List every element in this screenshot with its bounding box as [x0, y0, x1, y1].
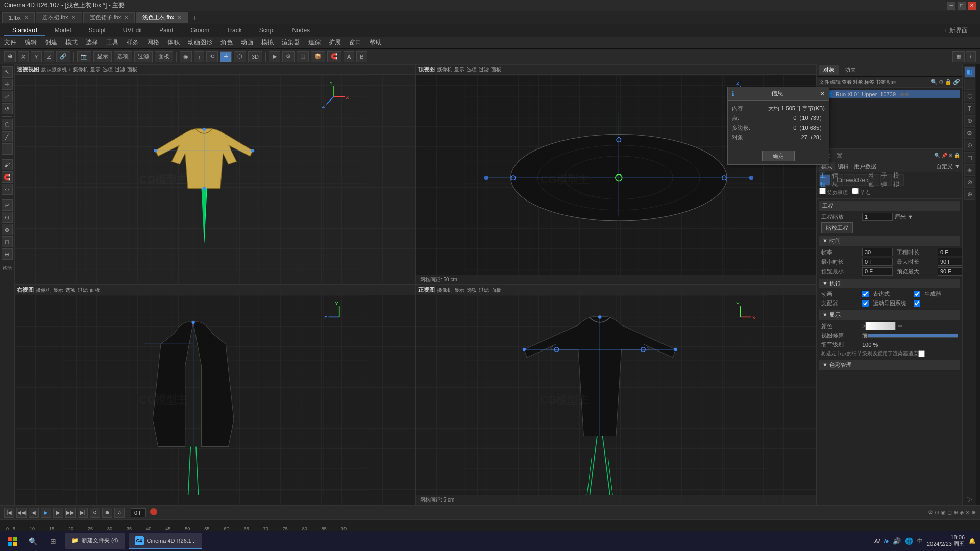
obj-lock[interactable]: 🔒 — [945, 79, 952, 85]
tab-script[interactable]: Script — [251, 26, 283, 36]
tl-loop[interactable]: ↺ — [90, 508, 100, 518]
tl-record-btn[interactable] — [150, 508, 157, 517]
attrs-pin[interactable]: 📌 — [941, 153, 947, 158]
tool-scale2[interactable]: ⤢ — [2, 91, 13, 102]
obj-row-main[interactable]: ▶ 👤 Ruo Xi 01 Upper_10739 ◉◉ — [819, 90, 960, 98]
vp2-menu-panel[interactable]: 面板 — [491, 66, 501, 73]
tool-lasso[interactable]: ⊕ — [2, 248, 13, 260]
viewport-right[interactable]: 右视图 摄像机 显示 选项 过滤 面板 — [14, 285, 415, 505]
attrs-settings[interactable]: ⚙ — [948, 153, 953, 158]
tab-file2[interactable]: 连衣裙.fbx ✕ — [36, 12, 82, 23]
tl-anim-rec[interactable]: ⏺ — [102, 508, 112, 518]
tab-nodes[interactable]: Nodes — [284, 26, 318, 36]
add-tab-button[interactable]: + — [189, 12, 200, 23]
menu-edit[interactable]: 编辑 — [24, 38, 37, 47]
tl-next-frame[interactable]: ▶ — [53, 508, 63, 518]
tl-first[interactable]: |◀ — [4, 508, 14, 518]
menu-render[interactable]: 渲染器 — [282, 38, 300, 47]
close-tab3[interactable]: ✕ — [124, 15, 128, 20]
tl-prev[interactable]: ◀◀ — [16, 508, 27, 518]
ri-ring[interactable]: ◈ — [964, 164, 975, 176]
ri-x[interactable]: ⊗ — [964, 177, 975, 188]
tab-file3[interactable]: 宝色裙子.fbx ✕ — [83, 12, 135, 23]
tool-options[interactable]: 选项 — [114, 51, 132, 62]
vp1-menu-display[interactable]: 显示 — [90, 66, 101, 73]
tab-track[interactable]: Track — [218, 26, 250, 36]
obj-menu-object[interactable]: 对象 — [853, 79, 863, 86]
tool-b[interactable]: B — [356, 51, 367, 62]
obj-menu-bookmark[interactable]: 书签 — [875, 79, 886, 86]
edit-btn[interactable]: 编辑 — [836, 162, 851, 171]
ri-gear[interactable]: ⚙ — [964, 128, 975, 139]
tool-select[interactable]: ⊕ — [4, 51, 16, 62]
deformer-checkbox[interactable] — [862, 300, 869, 307]
menu-file[interactable]: 文件 — [4, 38, 16, 47]
render-settings[interactable]: ⚙ — [282, 51, 295, 62]
vp4-menu-display[interactable]: 显示 — [454, 287, 464, 294]
checkbox-node[interactable]: 节点 — [852, 188, 870, 196]
props-tab-anim[interactable]: 动画 — [868, 174, 879, 186]
tool-rot[interactable]: ⟲ — [206, 51, 218, 62]
props-tab-bullet[interactable]: 子弹 — [880, 174, 892, 186]
tool-a[interactable]: A — [344, 51, 354, 62]
panel-tab-function[interactable]: 功夫 — [841, 65, 860, 75]
color-edit-btn[interactable]: ✏ — [898, 323, 902, 330]
max-time-input[interactable] — [938, 258, 962, 266]
add-interface-button[interactable]: + 新界面 — [936, 25, 976, 37]
layout-btn[interactable]: ▦ — [952, 51, 965, 62]
tab-file1[interactable]: 1.fbx ✕ — [2, 12, 35, 23]
coord-x[interactable]: X — [18, 51, 29, 62]
color-swatch[interactable] — [865, 322, 896, 330]
tool-3d[interactable]: 3D — [248, 51, 262, 62]
lod-slider[interactable] — [867, 334, 958, 338]
new-view-btn[interactable]: + — [966, 51, 976, 62]
tool-scale[interactable]: ⬡ — [234, 51, 246, 62]
obj-link[interactable]: 🔗 — [953, 79, 960, 85]
vp1-menu-options[interactable]: 选项 — [103, 66, 113, 73]
ri-add[interactable]: ⊕ — [964, 115, 975, 127]
tray-lang[interactable]: 中 — [917, 537, 923, 545]
obj-menu-file[interactable]: 文件 — [819, 79, 829, 86]
tool-polygon[interactable]: ⬡ — [2, 119, 13, 130]
tray-notification[interactable]: 🔔 — [969, 538, 976, 544]
current-frame-display[interactable]: 0 F — [131, 508, 146, 517]
viewport-perspective[interactable]: 透视视图 默认摄像机 ↓ 摄像机 显示 选项 过滤 面板 — [14, 64, 415, 285]
props-tab-sim[interactable]: 模拟 — [893, 174, 904, 186]
menu-mograph[interactable]: 动画图形 — [188, 38, 212, 47]
min-time-input[interactable] — [862, 258, 893, 266]
vp2-menu-options[interactable]: 选项 — [467, 66, 477, 73]
todo-checkbox[interactable] — [819, 188, 826, 194]
project-scale-input[interactable] — [862, 213, 893, 221]
vp4-menu-camera[interactable]: 摄像机 — [437, 287, 452, 294]
preview-min-input[interactable] — [862, 267, 893, 276]
tool-brush[interactable]: ⊛ — [2, 224, 13, 235]
viewport-front[interactable]: 正视图 摄像机 显示 选项 过滤 面板 — [415, 285, 817, 505]
tool-display[interactable]: 显示 — [93, 51, 112, 62]
props-tab-xrefs[interactable]: XRefs — [856, 174, 867, 186]
vp3-menu-display[interactable]: 显示 — [53, 287, 63, 294]
tool-paint[interactable]: 🖌 — [2, 159, 13, 170]
maximize-button[interactable]: □ — [958, 2, 966, 10]
ri-plus[interactable]: ⊕ — [964, 189, 975, 200]
vp1-menu-camera[interactable]: 摄像机 — [73, 66, 88, 73]
close-tab4[interactable]: ✕ — [177, 15, 181, 20]
tl-sound[interactable]: ♫ — [114, 508, 125, 518]
tab-standard[interactable]: Standard — [4, 26, 45, 36]
props-tab-project[interactable]: 工程 — [819, 174, 830, 186]
menu-help[interactable]: 帮助 — [370, 38, 382, 47]
tool-edge[interactable]: ╱ — [2, 131, 13, 142]
userdata-btn[interactable]: 用户数据 — [852, 162, 878, 171]
ri-shape[interactable]: □ — [964, 79, 975, 90]
vp2-menu-camera[interactable]: 摄像机 — [437, 66, 452, 73]
menu-track[interactable]: 追踪 — [308, 38, 321, 47]
tool-panel[interactable]: 面板 — [155, 51, 173, 62]
tool-arrow[interactable]: ↑ — [194, 51, 204, 62]
material-mgr[interactable]: ◫ — [297, 51, 309, 62]
asset-mgr[interactable]: 📦 — [311, 51, 325, 62]
display-section-title[interactable]: ▼ 显示 — [819, 310, 960, 320]
coord-y[interactable]: Y — [31, 51, 41, 62]
minimize-button[interactable]: ─ — [947, 2, 955, 10]
taskbar-search[interactable]: 🔍 — [24, 533, 41, 549]
time-section-title[interactable]: ▼ 时间 — [819, 236, 960, 246]
tl-play[interactable]: ▶ — [41, 508, 51, 518]
